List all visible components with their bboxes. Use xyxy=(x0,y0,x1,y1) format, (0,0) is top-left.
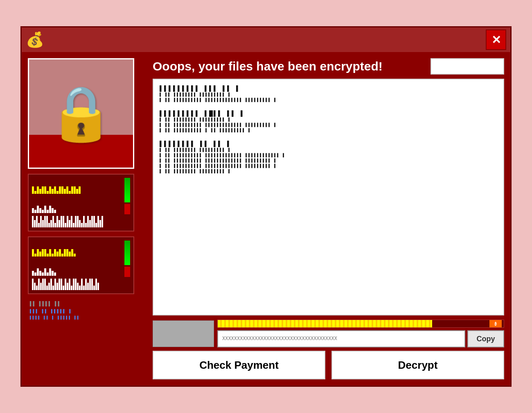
barcode-bars-yellow xyxy=(32,186,122,194)
small-barcode-panel: ▌▌ ▌▌▌▌ ▌▌ ▌▌▌ ▌▌ ▌▌▌▌▌ ▌ ▌▌▌▌ ▌▌ ▌ ▌▌▌▌… xyxy=(28,299,110,322)
lock-icon: 🔒 xyxy=(48,82,114,145)
barcode-wide-2 xyxy=(32,279,130,290)
barcode-row-3 xyxy=(32,241,130,265)
red-indicator-1 xyxy=(124,204,130,214)
barcode-bars-white xyxy=(32,206,122,213)
progress-row: ₿ Copy xyxy=(153,320,504,347)
section-3-line-3: ▌ ▌▌ ▌▌▌▌▌▌▌▌▌▌ ▌▌▌▌▌▌▌▌▌▌▌▌▌ ▌▌▌▌▌▌▌▌▌ … xyxy=(160,159,497,163)
header-title: Ooops, your files have been encrypted! xyxy=(153,59,424,73)
barcode-row-4 xyxy=(32,267,130,277)
red-indicator-2 xyxy=(124,267,130,277)
section-2-line-3: ▌ ▌▌ ▌▌▌▌▌▌▌▌▌▌ ▌ ▌▌ ▌▌▌▌▌▌▌▌▌ ▌ xyxy=(160,128,497,133)
decrypt-button[interactable]: Decrypt xyxy=(331,351,504,379)
text-content-box[interactable]: ▌▌▌▌▌▌▌▌▌ ▌▌▌ ▌▌ ▌ ▌ ▌▌ ▌▌▌▌▌▌▌▌ ▌▌▌▌▌▌▌… xyxy=(153,79,504,315)
copy-button[interactable]: Copy xyxy=(467,330,504,347)
barcode-row-1 xyxy=(32,178,130,202)
copy-row: Copy xyxy=(217,330,504,347)
progress-fill xyxy=(218,320,432,327)
section-3-line-4: ▌ ▌▌ ▌▌▌▌▌▌▌▌▌▌ ▌▌▌▌▌▌▌▌▌▌▌▌▌ ▌▌▌▌▌▌▌▌▌ … xyxy=(160,164,497,168)
close-button[interactable]: ✕ xyxy=(486,30,506,50)
text-section-3: ▌▌▌▌▌▌▌▌ ▌▌ ▌▌ ▌ ▌ ▌▌ ▌▌▌▌▌▌▌▌ ▌▌▌▌▌▌▌▌▌… xyxy=(160,141,497,174)
barcode-panel-1 xyxy=(28,174,134,231)
check-payment-button[interactable]: Check Payment xyxy=(153,351,325,379)
main-content: 🔒 xyxy=(22,52,510,386)
green-indicator xyxy=(124,178,130,202)
section-3-line-1: ▌ ▌▌ ▌▌▌▌▌▌▌▌ ▌▌▌▌▌▌▌▌▌ ▌ xyxy=(160,148,497,152)
bottom-controls: ₿ Copy Check Payment Decrypt xyxy=(153,320,504,379)
left-panel: 🔒 xyxy=(28,58,147,379)
action-row: Check Payment Decrypt xyxy=(153,351,504,379)
header-input-box[interactable] xyxy=(431,58,504,75)
section-2-line-2: ▌ ▌▌ ▌▌▌▌▌▌▌▌▌▌ ▌▌▌▌▌▌▌▌▌▌▌▌▌ ▌▌▌▌▌▌▌▌▌ … xyxy=(160,123,497,127)
section-1-heading: ▌▌▌▌▌▌▌▌▌ ▌▌▌ ▌▌ ▌ xyxy=(160,86,497,93)
text-section-2: ▌▌▌▌▌▌▌▌▌ ▌█▌▌ ▌▌ ▌ ▌ ▌▌ ▌▌▌▌▌▌▌▌ ▌▌▌▌▌▌… xyxy=(160,111,497,133)
barcode-panel-2 xyxy=(28,236,134,294)
section-3-heading: ▌▌▌▌▌▌▌▌ ▌▌ ▌▌ ▌ xyxy=(160,141,497,148)
barcode-bars-white-2 xyxy=(32,268,122,276)
barcode-bars-yellow-2 xyxy=(32,249,122,256)
section-3-line-5: ▌ ▌▌ ▌▌▌▌▌▌▌▌ ▌▌▌▌▌▌▌▌▌ ▌ xyxy=(160,169,497,174)
barcode-row-2 xyxy=(32,204,130,214)
section-3-line-2: ▌ ▌▌ ▌▌▌▌▌▌▌▌▌▌ ▌▌▌▌▌▌▌▌▌▌▌▌▌ ▌▌▌▌▌▌▌▌▌▌… xyxy=(160,153,497,158)
text-section-1: ▌▌▌▌▌▌▌▌▌ ▌▌▌ ▌▌ ▌ ▌ ▌▌ ▌▌▌▌▌▌▌▌ ▌▌▌▌▌▌▌… xyxy=(160,86,497,102)
header-row: Ooops, your files have been encrypted! xyxy=(153,58,504,75)
section-2-line-1: ▌ ▌▌ ▌▌▌▌▌▌▌▌ ▌▌▌▌▌▌▌▌▌ ▌ xyxy=(160,118,497,122)
gray-placeholder-box xyxy=(153,320,214,347)
section-2-heading: ▌▌▌▌▌▌▌▌▌ ▌█▌▌ ▌▌ ▌ xyxy=(160,111,497,118)
key-input-field[interactable] xyxy=(217,330,465,347)
section-1-line-1: ▌ ▌▌ ▌▌▌▌▌▌▌▌ ▌▌▌▌▌▌▌▌▌ ▌ xyxy=(160,93,497,97)
progress-bar: ₿ xyxy=(217,320,504,328)
green-indicator-2 xyxy=(124,241,130,265)
right-bottom-controls: ₿ Copy xyxy=(217,320,504,347)
money-bag-icon: 💰 xyxy=(26,31,44,48)
title-bar: 💰 ✕ xyxy=(22,27,510,52)
ransomware-window: 💰 ✕ 🔒 xyxy=(20,26,512,387)
lock-image: 🔒 xyxy=(28,58,134,169)
right-panel: Ooops, your files have been encrypted! ▌… xyxy=(153,58,504,379)
section-1-line-2: ▌ ▌▌ ▌▌▌▌▌▌▌▌▌▌ ▌▌▌▌▌▌▌▌▌▌▌▌▌ ▌▌▌▌▌▌▌▌▌ … xyxy=(160,98,497,102)
bitcoin-indicator: ₿ xyxy=(489,320,502,327)
barcode-wide-1 xyxy=(32,216,130,227)
